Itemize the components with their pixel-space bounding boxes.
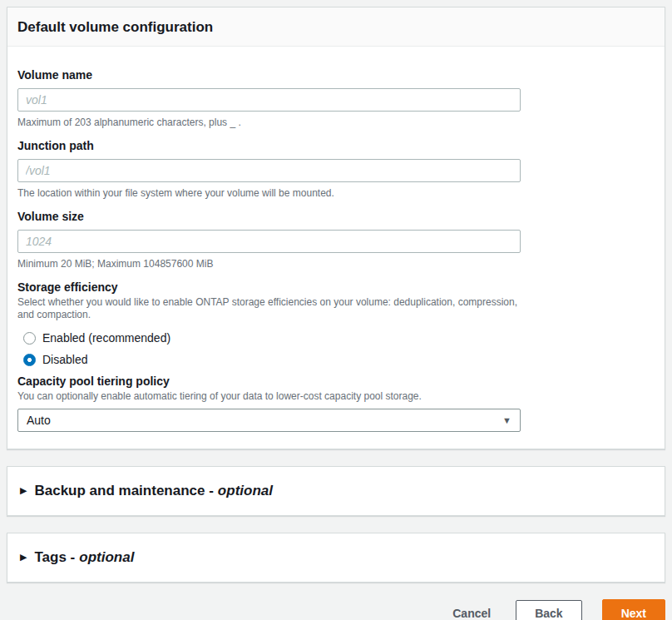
page: Default volume configuration Volume name… [0,0,672,620]
junction-path-helper: The location within your file system whe… [17,187,655,199]
radio-icon[interactable] [23,332,36,345]
volume-name-helper: Maximum of 203 alphanumeric characters, … [17,117,655,128]
tiering-policy-selected-value: Auto [27,414,51,427]
chevron-right-icon: ▶ [20,552,27,563]
next-button[interactable]: Next [602,599,665,620]
volume-name-group: Volume name Maximum of 203 alphanumeric … [17,68,655,128]
storage-efficiency-label: Storage efficiency [17,280,655,294]
footer-actions: Cancel Back Next [7,599,665,620]
storage-efficiency-radio-group: Enabled (recommended) Disabled [17,331,655,366]
tiering-policy-group: Capacity pool tiering policy You can opt… [17,374,655,432]
card-header: Default volume configuration [7,7,665,47]
junction-path-input[interactable] [17,159,521,182]
section-tags-title: Tags - [34,549,75,566]
junction-path-label: Junction path [17,139,655,152]
tiering-policy-select[interactable]: Auto ▼ [17,409,521,432]
radio-option-disabled-label: Disabled [42,353,87,366]
volume-size-label: Volume size [17,210,655,223]
volume-size-helper: Minimum 20 MiB; Maximum 104857600 MiB [17,258,655,270]
card-title: Default volume configuration [17,19,655,36]
section-tags[interactable]: ▶ Tags - optional [7,533,665,583]
radio-option-enabled-label: Enabled (recommended) [42,331,170,345]
junction-path-group: Junction path The location within your f… [17,139,655,199]
section-backup-title: Backup and maintenance - [34,483,213,499]
storage-efficiency-group: Storage efficiency Select whether you wo… [17,280,655,366]
card-body: Volume name Maximum of 203 alphanumeric … [7,47,665,449]
section-backup-and-maintenance[interactable]: ▶ Backup and maintenance - optional [7,466,665,516]
tiering-policy-description: You can optionally enable automatic tier… [17,390,526,403]
cancel-button[interactable]: Cancel [446,602,497,620]
volume-size-input[interactable] [17,230,521,253]
tiering-policy-label: Capacity pool tiering policy [17,374,655,388]
chevron-right-icon: ▶ [20,485,27,496]
radio-icon[interactable] [23,354,36,366]
default-volume-configuration-card: Default volume configuration Volume name… [7,7,665,449]
volume-name-label: Volume name [17,68,655,82]
volume-name-input[interactable] [17,88,521,112]
storage-efficiency-description: Select whether you would like to enable … [17,296,526,320]
radio-option-enabled[interactable]: Enabled (recommended) [23,331,655,345]
radio-option-disabled[interactable]: Disabled [23,353,655,366]
chevron-down-icon: ▼ [502,415,511,425]
back-button[interactable]: Back [516,600,581,620]
section-backup-optional-suffix: optional [218,483,273,499]
section-tags-optional-suffix: optional [79,549,134,566]
volume-size-group: Volume size Minimum 20 MiB; Maximum 1048… [17,210,655,270]
